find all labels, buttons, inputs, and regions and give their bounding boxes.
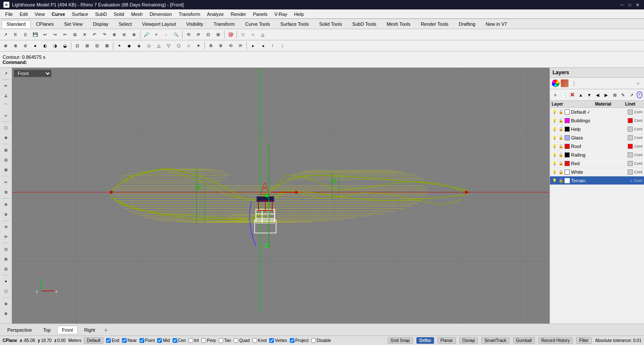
snap-checkbox-vertex[interactable] — [269, 338, 274, 343]
toolbar2-btn-15[interactable]: ◈ — [134, 41, 144, 51]
menu-item-dimension[interactable]: Dimension — [146, 11, 175, 18]
left-tool-0[interactable]: ↗ — [1, 69, 11, 78]
toolbar2-btn-14[interactable]: ◆ — [125, 41, 134, 51]
layer-left-btn[interactable]: ◀ — [594, 91, 601, 99]
vp-tab-top[interactable]: Top — [38, 326, 55, 334]
record_history-btn[interactable]: Record History — [538, 337, 573, 344]
layer-bulb-icon[interactable]: 💡 — [552, 144, 557, 149]
layer-material-swatch[interactable] — [628, 161, 633, 166]
maximize-button[interactable]: □ — [627, 2, 633, 8]
layer-lock-icon[interactable]: 🔓 — [558, 127, 563, 132]
left-tool-8[interactable]: ⊕ — [1, 133, 11, 142]
layer-material-swatch[interactable] — [628, 109, 633, 115]
left-tool-3[interactable]: ∠ — [1, 91, 11, 100]
toolset-tab-10[interactable]: Solid Tools — [314, 20, 346, 28]
layer-color-swatch[interactable] — [565, 178, 570, 183]
layer-material-swatch[interactable] — [628, 152, 633, 157]
toolbar-btn-27[interactable]: □ — [238, 30, 248, 39]
layer-row-white[interactable]: 💡🔓WhiteCont — [550, 168, 644, 176]
layer-row-roof[interactable]: 💡🔓RoofCont — [550, 142, 644, 151]
toolbar-btn-6[interactable]: ✂ — [60, 30, 70, 39]
layer-color-wheel[interactable] — [552, 79, 559, 87]
minimize-button[interactable]: ─ — [619, 2, 625, 8]
toolbar2-btn-31[interactable]: ↓ — [278, 41, 287, 51]
layer-help-btn[interactable]: ? — [637, 91, 642, 98]
toolbar2-btn-2[interactable]: ⊘ — [21, 41, 30, 51]
left-tool-2[interactable]: ✏ — [1, 81, 11, 91]
toolbar2-btn-25[interactable]: ⟲ — [226, 41, 235, 51]
layer-color-swatch[interactable] — [565, 135, 570, 140]
layer-lock-icon[interactable]: 🔓 — [558, 109, 563, 115]
toolbar2-btn-0[interactable]: ⊕ — [1, 41, 10, 51]
menu-item-render[interactable]: Render — [227, 11, 249, 18]
layer-material-swatch[interactable] — [628, 135, 633, 140]
left-tool-18[interactable]: ⟱ — [1, 210, 11, 219]
left-tool-11[interactable]: ⊟ — [1, 155, 11, 165]
layer-material-swatch[interactable] — [628, 144, 633, 149]
left-tool-5[interactable]: ▱ — [1, 111, 11, 120]
layer-lock-icon[interactable]: 🔓 — [558, 178, 563, 183]
layer-row-red[interactable]: 💡🔓RedCont — [550, 159, 644, 168]
toolbar-btn-18[interactable]: 🔍 — [171, 30, 181, 39]
toolset-tab-12[interactable]: Mesh Tools — [382, 20, 415, 28]
layer-material-swatch[interactable] — [628, 127, 633, 132]
grid_snap-btn[interactable]: Grid Snap — [388, 337, 413, 344]
layer-color-swatch[interactable] — [565, 144, 570, 149]
toolset-tab-4[interactable]: Select — [114, 20, 137, 28]
snap-checkbox-quad[interactable] — [234, 338, 238, 343]
vp-tab-perspective[interactable]: Perspective — [3, 326, 36, 334]
layer-down-btn[interactable]: ▼ — [586, 91, 593, 99]
layer-bulb-icon[interactable]: 💡 — [552, 161, 557, 166]
toolbar2-btn-13[interactable]: ✦ — [115, 41, 124, 51]
left-tool-4[interactable]: ⌒ — [1, 101, 11, 110]
toolbar2-btn-18[interactable]: ▽ — [164, 41, 173, 51]
snap-int[interactable]: Int — [188, 338, 199, 343]
layer-material-swatch[interactable] — [628, 118, 633, 123]
layer-material-btn[interactable] — [561, 79, 568, 87]
toolset-tab-9[interactable]: Surface Tools — [276, 20, 313, 28]
osnap-btn[interactable]: Osnap — [459, 337, 478, 344]
toolbar2-btn-28[interactable]: ▸ — [248, 41, 258, 51]
toolbar-btn-3[interactable]: 💾 — [30, 30, 40, 39]
layer-close-btn[interactable]: ✕ — [634, 79, 642, 88]
snap-mid[interactable]: Mid — [157, 338, 170, 343]
toolset-tab-8[interactable]: Curve Tools — [240, 20, 275, 28]
toolbar-btn-2[interactable]: ⎙ — [21, 30, 30, 39]
menu-item-analyze[interactable]: Analyze — [204, 11, 227, 18]
toolbar2-btn-11[interactable]: ⊠ — [102, 41, 112, 51]
toolbar-btn-22[interactable]: ⊡ — [204, 30, 213, 39]
left-tool-28[interactable]: ⬡ — [1, 287, 11, 296]
left-tool-12[interactable]: ⊠ — [1, 165, 11, 175]
snap-knot[interactable]: Knot — [252, 338, 267, 343]
toolbar2-btn-23[interactable]: ⟰ — [206, 41, 216, 51]
toolbar-btn-4[interactable]: ↩ — [40, 30, 50, 39]
snap-quad[interactable]: Quad — [234, 338, 249, 343]
layer-bulb-icon[interactable]: 💡 — [552, 135, 557, 140]
planar-btn[interactable]: Planar — [437, 337, 456, 344]
left-tool-30[interactable]: ⊕ — [1, 299, 11, 309]
toolbar2-btn-21[interactable]: ✶ — [194, 41, 203, 51]
menu-item-subd[interactable]: SubD — [91, 11, 110, 18]
left-tool-14[interactable]: ✂ — [1, 178, 11, 187]
toolbar2-btn-24[interactable]: ⟱ — [216, 41, 225, 51]
layer-bulb-icon[interactable]: 💡 — [552, 152, 557, 157]
left-tool-7[interactable]: ⬡ — [1, 123, 11, 133]
snap-near[interactable]: Near — [122, 338, 137, 343]
toolbar-btn-10[interactable]: ↷ — [100, 30, 109, 39]
layer-color-swatch[interactable] — [565, 169, 570, 175]
viewport[interactable]: Front Top Right Perspective — [12, 68, 550, 324]
toolbar2-btn-10[interactable]: ⊟ — [92, 41, 102, 51]
toolset-tab-7[interactable]: Transform — [209, 20, 240, 28]
left-tool-17[interactable]: ⟰ — [1, 200, 11, 209]
toolset-tab-0[interactable]: Standard — [2, 20, 30, 28]
toolbar-btn-16[interactable]: + — [152, 30, 161, 39]
snap-tan[interactable]: Tan — [219, 338, 231, 343]
layer-row-terrain[interactable]: 💡🔓Terrain●Cont — [550, 176, 644, 185]
layer-add-btn[interactable]: + — [552, 91, 559, 99]
left-tool-27[interactable]: ✦ — [1, 277, 11, 286]
vp-tab-add[interactable]: + — [102, 326, 110, 334]
toolbar-btn-17[interactable]: - — [161, 30, 171, 39]
toolbar-btn-11[interactable]: ⊕ — [109, 30, 119, 39]
toolbar-btn-0[interactable]: ↗ — [1, 30, 10, 39]
layer-edit-btn[interactable]: ✎ — [620, 91, 627, 99]
